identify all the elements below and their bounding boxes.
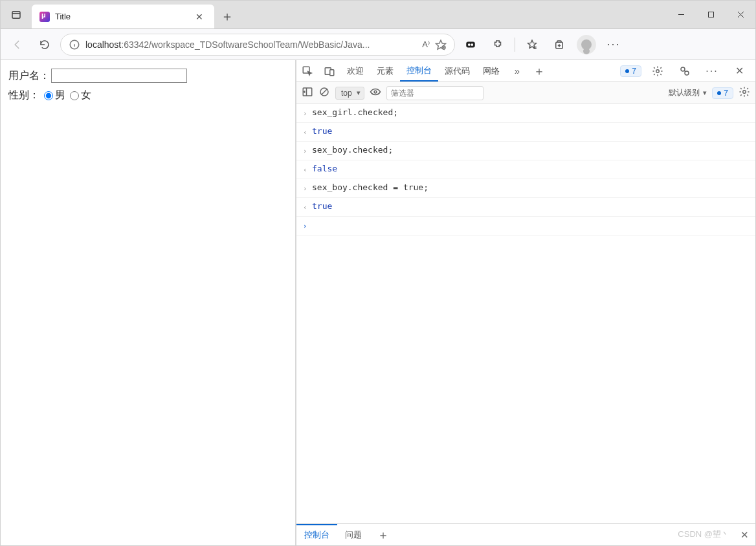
gender-female-label: 女 (81, 85, 91, 105)
nav-back-button[interactable] (6, 33, 29, 56)
console-input-icon: › (303, 107, 312, 121)
vpn-icon[interactable] (459, 33, 482, 56)
toolbar-actions: ··· (459, 33, 625, 56)
username-input[interactable] (51, 69, 187, 83)
console-text: sex_boy.checked = true; (312, 180, 749, 195)
svg-point-14 (468, 43, 471, 46)
console-row: ›sex_boy.checked; (296, 142, 755, 160)
device-toggle-button[interactable] (318, 65, 340, 77)
devtools-new-tab[interactable]: ＋ (528, 63, 550, 79)
console-text: sex_girl.checked; (312, 105, 749, 120)
read-aloud-button[interactable]: A⁾ (422, 39, 430, 49)
console-input-icon: › (303, 182, 312, 196)
console-prompt-icon: › (303, 219, 312, 234)
address-text: localhost:63342/workspace_TDSoftwareScho… (85, 39, 417, 50)
console-context-select[interactable]: top (335, 87, 364, 100)
console-issues-badge[interactable]: 7 (712, 87, 733, 99)
devtools-options-button[interactable]: ··· (701, 65, 723, 77)
window-maximize-button[interactable] (696, 1, 726, 29)
svg-rect-13 (466, 41, 475, 47)
more-menu-button[interactable]: ··· (602, 33, 625, 56)
window-minimize-button[interactable] (666, 1, 696, 29)
console-live-button[interactable] (370, 86, 381, 100)
console-output-icon: ‹ (303, 201, 312, 215)
console-level-select[interactable]: 默认级别 (669, 87, 707, 98)
avatar-icon (577, 35, 596, 54)
console-row: ‹true (296, 198, 755, 217)
gender-radio-female[interactable] (70, 91, 79, 100)
console-toolbar: top 默认级别 7 (296, 82, 755, 104)
console-row: ›sex_girl.checked; (296, 104, 755, 123)
window-controls (666, 1, 755, 28)
console-prompt[interactable]: › (296, 217, 755, 235)
main-content: 用户名： 性别： 男 女 欢迎 元素 控制台 源代码 网络 » ＋ 7 (1, 60, 755, 545)
tab-overview-button[interactable] (1, 1, 32, 28)
browser-tab-active[interactable]: Title ✕ (32, 5, 214, 28)
devtools-close-button[interactable]: ✕ (728, 65, 750, 77)
gender-row: 性别： 男 女 (8, 85, 287, 105)
devtools-tab-elements[interactable]: 元素 (370, 60, 400, 82)
gender-male-label: 男 (55, 85, 65, 105)
tab-close-button[interactable]: ✕ (191, 8, 208, 25)
devtools-more-tabs[interactable]: » (506, 65, 528, 76)
console-input-icon: › (303, 144, 312, 158)
gender-label: 性别： (8, 85, 39, 105)
extensions-button[interactable] (486, 33, 509, 56)
console-settings-button[interactable] (739, 86, 750, 100)
favorites-button[interactable] (520, 33, 544, 56)
svg-point-33 (743, 91, 746, 94)
console-row: ‹true (296, 123, 755, 142)
devtools-activity-button[interactable] (674, 65, 696, 77)
console-row: ‹false (296, 160, 755, 179)
browser-toolbar: localhost:63342/workspace_TDSoftwareScho… (1, 29, 755, 60)
console-text: true (312, 124, 749, 138)
devtools-settings-button[interactable] (647, 65, 669, 77)
console-row: ›sex_boy.checked = true; (296, 179, 755, 198)
devtools-issues-badge[interactable]: 7 (620, 65, 641, 77)
drawer-new-tab[interactable]: ＋ (370, 527, 397, 543)
badge-dot-icon (717, 91, 721, 95)
svg-point-27 (685, 71, 689, 75)
nav-refresh-button[interactable] (33, 33, 56, 56)
site-info-icon[interactable] (69, 39, 80, 50)
window-close-button[interactable] (726, 1, 755, 29)
console-output[interactable]: ›sex_girl.checked;‹true›sex_boy.checked;… (296, 104, 755, 523)
devtools-tab-sources[interactable]: 源代码 (438, 60, 476, 82)
console-filter-input[interactable] (386, 86, 484, 100)
rendered-page: 用户名： 性别： 男 女 (1, 60, 295, 545)
inspect-element-button[interactable] (296, 65, 318, 77)
svg-rect-0 (12, 11, 20, 18)
new-tab-button[interactable]: ＋ (214, 5, 240, 28)
collections-button[interactable] (548, 33, 571, 56)
window-title-bar: Title ✕ ＋ (1, 1, 755, 29)
tab-favicon (39, 12, 50, 22)
console-sidebar-toggle[interactable] (302, 86, 313, 100)
console-clear-button[interactable] (318, 86, 330, 100)
devtools-tab-console[interactable]: 控制台 (400, 60, 438, 82)
profile-button[interactable] (575, 33, 598, 56)
devtools-tab-welcome[interactable]: 欢迎 (340, 60, 370, 82)
username-row: 用户名： (8, 66, 287, 85)
svg-point-15 (471, 43, 473, 46)
console-output-icon: ‹ (303, 163, 312, 177)
devtools-panel: 欢迎 元素 控制台 源代码 网络 » ＋ 7 ··· ✕ top 默认级别 (295, 60, 755, 545)
svg-point-32 (374, 91, 377, 93)
console-text: false (312, 162, 749, 176)
favorite-star-icon[interactable] (435, 39, 447, 50)
devtools-tabbar: 欢迎 元素 控制台 源代码 网络 » ＋ 7 ··· ✕ (296, 60, 755, 82)
drawer-close-button[interactable]: ✕ (734, 529, 755, 541)
drawer-tab-console[interactable]: 控制台 (296, 524, 337, 545)
svg-point-26 (681, 67, 685, 71)
svg-rect-24 (330, 69, 334, 75)
tab-title: Title (55, 12, 186, 21)
devtools-tab-network[interactable]: 网络 (476, 60, 506, 82)
svg-point-25 (656, 69, 660, 72)
drawer-tab-issues[interactable]: 问题 (337, 524, 370, 545)
console-text: sex_boy.checked; (312, 143, 749, 157)
console-text: true (312, 199, 749, 213)
username-label: 用户名： (8, 66, 50, 85)
address-bar[interactable]: localhost:63342/workspace_TDSoftwareScho… (60, 34, 455, 56)
gender-radio-male[interactable] (44, 91, 53, 100)
badge-dot-icon (625, 69, 629, 73)
toolbar-separator (515, 38, 515, 52)
